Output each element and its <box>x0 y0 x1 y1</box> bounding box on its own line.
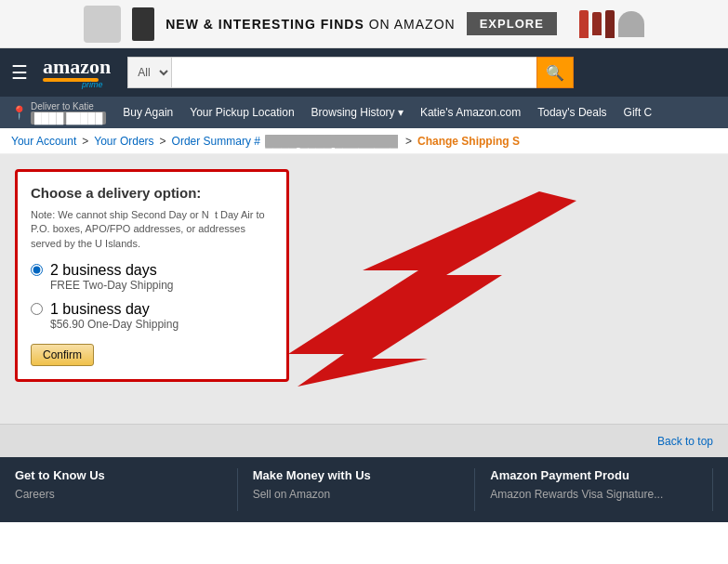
main-header: ☰ amazon prime All 🔍 <box>0 48 728 97</box>
delivery-option-2-price: $56.90 One-Day Shipping <box>50 318 179 331</box>
footer-col-3-title: Amazon Payment Produ <box>490 468 697 482</box>
footer-col-payment: Amazon Payment Produ Amazon Rewards Visa… <box>475 468 713 511</box>
back-to-top-link[interactable]: Back to top <box>657 435 713 448</box>
footer-col-1-title: Get to Know Us <box>15 468 222 482</box>
breadcrumb: Your Account > Your Orders > Order Summa… <box>0 128 728 154</box>
banner-logo <box>84 6 121 43</box>
promotional-banner: NEW & INTERESTING FINDS ON AMAZON EXPLOR… <box>0 0 728 48</box>
plant-icon <box>618 11 644 37</box>
browsing-history-link[interactable]: Browsing History ▾ <box>311 106 404 119</box>
your-account-link[interactable]: Your Account <box>11 135 76 148</box>
delivery-option-2-days: 1 business day <box>50 301 179 318</box>
footer-col-2-item[interactable]: Sell on Amazon <box>253 488 460 501</box>
footer-col-1-item[interactable]: Careers <box>15 488 222 501</box>
footer-top-bar: Back to top <box>0 424 728 457</box>
search-bar: All 🔍 <box>127 57 574 88</box>
delivery-option-1-days: 2 business days <box>50 262 174 279</box>
delivery-option-1: 2 business days FREE Two-Day Shipping <box>31 262 273 292</box>
navigation-bar: 📍 Deliver to Katie ████ █████ Buy Again … <box>0 97 728 128</box>
buy-again-link[interactable]: Buy Again <box>123 106 173 119</box>
footer-col-3-item[interactable]: Amazon Rewards Visa Signature... <box>490 488 697 501</box>
confirm-button[interactable]: Confirm <box>31 344 94 366</box>
main-content-area: Choose a delivery option: Note: We canno… <box>0 154 728 424</box>
delivery-options-box: Choose a delivery option: Note: We canno… <box>15 169 289 382</box>
svg-marker-1 <box>288 191 576 387</box>
your-orders-link[interactable]: Your Orders <box>94 135 153 148</box>
deliver-to-location[interactable]: 📍 Deliver to Katie ████ █████ <box>11 101 106 125</box>
bottle-icon-3 <box>605 10 615 38</box>
banner-product-image <box>132 7 154 41</box>
order-id-masked: ████ ████ ████████ <box>265 135 398 148</box>
pickup-location-link[interactable]: Your Pickup Location <box>190 106 294 119</box>
gift-cards-link[interactable]: Gift C <box>624 106 653 119</box>
explore-button[interactable]: EXPLORE <box>467 12 557 35</box>
bottle-icon-1 <box>579 10 589 38</box>
deliver-to-label: Deliver to Katie <box>31 101 106 111</box>
delivery-option-1-price: FREE Two-Day Shipping <box>50 279 174 292</box>
delivery-note: Note: We cannot ship Second Day or N t D… <box>31 208 273 251</box>
amazon-logo[interactable]: amazon prime <box>43 57 111 89</box>
hamburger-menu-icon[interactable]: ☰ <box>11 61 28 84</box>
search-category-dropdown[interactable]: All <box>127 57 171 88</box>
order-summary-link[interactable]: Order Summary # ████ ████ ████████ <box>172 135 400 148</box>
banner-text: NEW & INTERESTING FINDS ON AMAZON <box>165 17 455 32</box>
delivery-option-2: 1 business day $56.90 One-Day Shipping <box>31 301 273 331</box>
katies-amazon-link[interactable]: Katie's Amazon.com <box>420 106 521 119</box>
footer-col-2-title: Make Money with Us <box>253 468 460 482</box>
footer-col-make-money: Make Money with Us Sell on Amazon <box>238 468 476 511</box>
bottle-icon-2 <box>592 12 602 35</box>
search-button[interactable]: 🔍 <box>536 57 574 88</box>
change-shipping-label: Change Shipping S <box>417 135 520 148</box>
main-footer: Get to Know Us Careers Make Money with U… <box>0 457 728 522</box>
delivery-option-1-radio[interactable] <box>31 264 43 276</box>
location-pin-icon: 📍 <box>11 105 27 120</box>
banner-product-images <box>579 10 644 38</box>
footer-col-get-to-know: Get to Know Us Careers <box>15 468 238 511</box>
delivery-option-2-radio[interactable] <box>31 303 43 315</box>
location-masked: ████ █████ <box>31 111 106 125</box>
search-input[interactable] <box>171 57 536 88</box>
delivery-options-title: Choose a delivery option: <box>31 185 273 201</box>
todays-deals-link[interactable]: Today's Deals <box>537 106 606 119</box>
